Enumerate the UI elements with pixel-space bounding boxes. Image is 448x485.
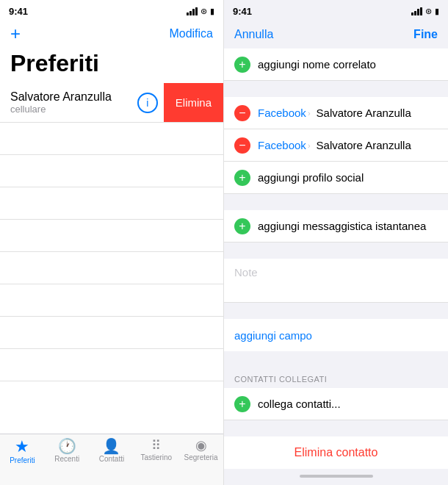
chevron-icon-1: › [308, 109, 311, 118]
aggiungi-nome-correlato-row[interactable]: + aggiungi nome correlato [224, 48, 448, 81]
aggiungi-nome-correlato-label: aggiungi nome correlato [258, 58, 376, 71]
battery-icon-right: ▮ [435, 7, 439, 16]
right-panel: 9:41 ⊛ ▮ Annulla Fine + aggiungi nome co… [224, 0, 448, 485]
contatti-label: Contatti [99, 455, 124, 463]
status-bar-right: 9:41 ⊛ ▮ [224, 0, 448, 21]
preferiti-label: Preferiti [10, 456, 35, 464]
note-label: Note [234, 266, 258, 279]
tab-contatti[interactable]: 👤 Contatti [90, 439, 134, 463]
empty-row-7 [0, 317, 223, 349]
tab-tastierino[interactable]: ⠿ Tastierino [134, 439, 178, 461]
recenti-icon: 🕐 [58, 439, 76, 453]
right-navbar: Annulla Fine [224, 21, 448, 48]
segreteria-label: Segreteria [184, 453, 218, 461]
time-right: 9:41 [233, 6, 252, 17]
left-panel: 9:41 ⊛ ▮ + Modifica Preferiti Salvatore … [0, 0, 224, 485]
collega-contatti-icon: + [234, 396, 250, 412]
left-navbar: + Modifica [0, 21, 223, 48]
home-bar [300, 475, 373, 478]
tab-preferiti[interactable]: ★ Preferiti [0, 439, 45, 464]
contact-row[interactable]: Salvatore Aranzulla cellulare i Elimina [0, 83, 223, 123]
add-messaggistica-icon: + [234, 218, 250, 234]
segreteria-icon: ◉ [195, 439, 207, 452]
elimina-contatto-label[interactable]: Elimina contatto [295, 446, 378, 459]
empty-row-6 [0, 284, 223, 317]
aggiungi-profilo-social-label: aggiungi profilo social [258, 171, 364, 184]
facebook-row-2[interactable]: − Facebook › Salvatore Aranzulla [224, 129, 448, 162]
chevron-icon-2: › [308, 141, 311, 150]
signal-icon-right [411, 7, 422, 15]
time-left: 9:41 [9, 6, 28, 17]
tab-recenti[interactable]: 🕐 Recenti [45, 439, 90, 463]
home-indicator [224, 469, 448, 484]
add-button[interactable]: + [10, 25, 21, 43]
empty-row-5 [0, 252, 223, 284]
tab-segreteria[interactable]: ◉ Segreteria [178, 439, 223, 461]
tastierino-label: Tastierino [140, 453, 172, 461]
aggiungi-messaggistica-row[interactable]: + aggiungi messaggistica istantanea [224, 210, 448, 242]
info-button[interactable]: i [137, 93, 158, 113]
status-icons-right: ⊛ ▮ [411, 7, 439, 16]
contatti-collegati-title: CONTATTI COLLEGATI [234, 375, 327, 384]
preferiti-icon: ★ [15, 439, 29, 455]
recenti-label: Recenti [54, 455, 79, 463]
elimina-swipe-button[interactable]: Elimina [164, 83, 223, 122]
empty-row-8 [0, 349, 223, 381]
add-correlato-icon: + [234, 57, 250, 73]
facebook-label-1: Facebook › [258, 107, 311, 119]
add-social-icon: + [234, 170, 250, 186]
collega-contatti-label: collega contatti... [258, 398, 341, 410]
status-icons-left: ⊛ ▮ [187, 7, 214, 16]
battery-icon: ▮ [210, 7, 214, 16]
aggiungi-campo-row[interactable]: aggiungi campo [224, 319, 448, 351]
facebook-row-1[interactable]: − Facebook › Salvatore Aranzulla [224, 97, 448, 129]
facebook-label-2: Facebook › [258, 139, 311, 151]
contact-info: Salvatore Aranzulla cellulare [0, 83, 137, 122]
info-icon: i [146, 97, 148, 109]
fine-button[interactable]: Fine [413, 28, 438, 41]
facebook-remove-icon-2[interactable]: − [234, 137, 250, 154]
contact-sub: cellulare [10, 104, 127, 115]
tastierino-icon: ⠿ [151, 439, 161, 452]
note-row[interactable]: Note [224, 259, 448, 303]
contatti-collegati-header: CONTATTI COLLEGATI [224, 367, 448, 388]
contatti-icon: 👤 [102, 439, 120, 453]
aggiungi-messaggistica-label: aggiungi messaggistica istantanea [258, 220, 426, 232]
modifica-button[interactable]: Modifica [169, 27, 213, 40]
facebook-value-1: Salvatore Aranzulla [317, 107, 411, 119]
empty-row-2 [0, 155, 223, 187]
signal-icon [187, 7, 198, 15]
collega-contatti-row[interactable]: + collega contatti... [224, 388, 448, 420]
annulla-button[interactable]: Annulla [234, 28, 273, 41]
contact-name: Salvatore Aranzulla [10, 90, 127, 104]
page-title: Preferiti [0, 48, 223, 83]
wifi-icon-right: ⊛ [425, 7, 432, 16]
right-content: + aggiungi nome correlato − Facebook › S… [224, 48, 448, 485]
empty-row-4 [0, 220, 223, 252]
facebook-value-2: Salvatore Aranzulla [317, 139, 411, 151]
elimina-contatto-row[interactable]: Elimina contatto [224, 436, 448, 469]
empty-row-1 [0, 123, 223, 155]
facebook-remove-icon-1[interactable]: − [234, 105, 250, 121]
wifi-icon: ⊛ [200, 7, 207, 16]
empty-row-3 [0, 187, 223, 220]
status-bar-left: 9:41 ⊛ ▮ [0, 0, 223, 21]
aggiungi-profilo-social-row[interactable]: + aggiungi profilo social [224, 162, 448, 194]
aggiungi-campo-label: aggiungi campo [234, 329, 312, 342]
tab-bar: ★ Preferiti 🕐 Recenti 👤 Contatti ⠿ Tasti… [0, 434, 223, 485]
